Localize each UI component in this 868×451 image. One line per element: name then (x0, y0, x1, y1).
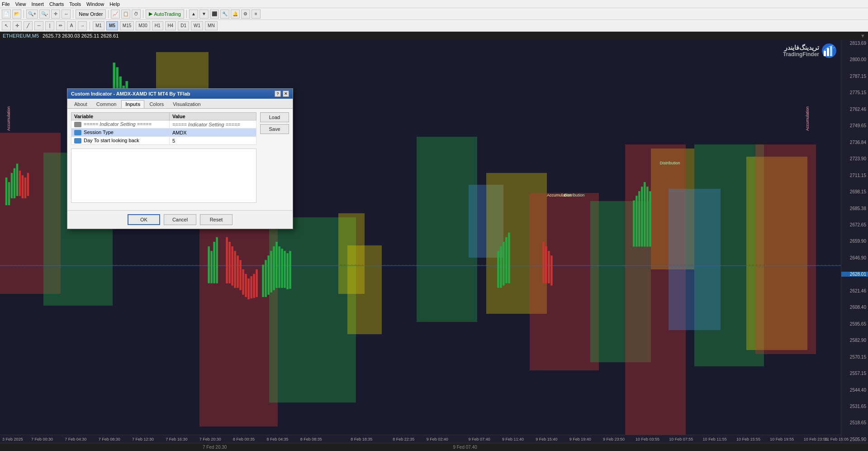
status-time2: 9 Fed 07.40 (453, 445, 477, 450)
tb-more2[interactable]: 🔧 (220, 10, 229, 19)
svg-rect-36 (270, 251, 272, 292)
scrollbar-arrow[interactable]: ▼ (860, 33, 865, 38)
tf-m5[interactable]: M5 (106, 21, 118, 30)
sep2 (73, 10, 73, 18)
time-label: 7 Feb 08:30 (99, 437, 120, 441)
svg-rect-7 (19, 171, 21, 196)
dialog-titlebar: Custom Indicator - AMDX-XAMD ICT MT4 By … (67, 89, 293, 99)
tb-indicator[interactable]: 📈 (111, 10, 120, 19)
cancel-button[interactable]: Cancel (164, 214, 196, 225)
svg-rect-35 (268, 256, 270, 295)
tb-text[interactable]: A (67, 21, 76, 30)
row-var-2: Day To start looking back (71, 137, 170, 145)
autotrading-button[interactable]: ▶ AutoTrading (146, 10, 184, 19)
svg-rect-40 (281, 249, 283, 288)
svg-rect-25 (237, 256, 239, 288)
time-label: 8 Feb 08:35 (300, 437, 322, 441)
tab-visualization[interactable]: Visualization (169, 100, 205, 108)
menu-insert[interactable]: Insert (31, 1, 44, 7)
tb-more1[interactable]: ⬛ (210, 10, 219, 19)
tb-scroll[interactable]: ↔ (62, 10, 71, 19)
tb-zoom-out[interactable]: 🔍- (39, 10, 50, 19)
ok-button[interactable]: OK (128, 214, 160, 225)
tf-m30[interactable]: M30 (136, 21, 150, 30)
time-label: 7 Feb 00:30 (31, 437, 53, 441)
row-val-2[interactable]: 5 (169, 137, 256, 145)
tb-cross[interactable]: ✛ (13, 21, 22, 30)
price-1: 2813.69 (841, 41, 868, 46)
tb-zoom-in[interactable]: 🔍+ (26, 10, 38, 19)
tf-w1[interactable]: W1 (191, 21, 203, 30)
new-order-button[interactable]: New Order (76, 10, 106, 19)
tf-h4[interactable]: H4 (165, 21, 176, 30)
row-val-1[interactable]: AMDX (169, 129, 256, 137)
tf-mn[interactable]: MN (205, 21, 218, 30)
tb-open[interactable]: 📂 (12, 10, 21, 19)
label-distribution-2: Distribution (659, 161, 680, 165)
price-16: 2608.40 (841, 305, 868, 310)
menu-window[interactable]: Window (86, 1, 104, 7)
tb-crosshair[interactable]: ✛ (51, 10, 60, 19)
tb-period-sep[interactable]: ⏱ (132, 10, 141, 19)
tb-new-chart[interactable]: 📄 (2, 10, 11, 19)
row-var-text-1: Session Type (84, 130, 114, 135)
price-11: 2685.38 (841, 206, 868, 211)
tb-more3[interactable]: ≡ (251, 10, 261, 19)
svg-rect-34 (265, 260, 267, 297)
sep4 (143, 10, 143, 18)
tab-common[interactable]: Common (92, 100, 121, 108)
tb-config[interactable]: ⚙ (241, 10, 250, 19)
menu-tools[interactable]: Tools (69, 1, 81, 7)
svg-rect-24 (234, 251, 236, 288)
price-15: 2621.46 (841, 288, 868, 293)
custom-indicator-dialog[interactable]: Custom Indicator - AMDX-XAMD ICT MT4 By … (67, 88, 293, 229)
tb-arrow[interactable]: → (78, 21, 87, 30)
tb-sell[interactable]: ▼ (199, 10, 209, 19)
tb-vline[interactable]: | (45, 21, 54, 30)
time-label: 7 Feb 16:30 (166, 437, 187, 441)
status-time1: 7 Fed 20.30 (203, 445, 227, 450)
dialog-close-button[interactable]: ✕ (283, 91, 289, 97)
svg-rect-28 (245, 274, 247, 297)
tab-inputs[interactable]: Inputs (121, 100, 144, 108)
tb-pencil[interactable]: ✏ (56, 21, 65, 30)
tab-colors[interactable]: Colors (145, 100, 168, 108)
svg-rect-55 (638, 192, 640, 247)
time-label: 10 Feb 11:55 (703, 437, 727, 441)
svg-rect-18 (211, 251, 213, 283)
tb-tpl[interactable]: 📋 (121, 10, 130, 19)
svg-rect-57 (644, 182, 645, 246)
sep6 (90, 22, 90, 30)
tf-h1[interactable]: H1 (152, 21, 163, 30)
tf-d1[interactable]: D1 (178, 21, 189, 30)
table-row[interactable]: Session Type AMDX (71, 129, 256, 137)
reset-button[interactable]: Reset (200, 214, 232, 225)
svg-rect-58 (646, 187, 648, 246)
menu-help[interactable]: Help (109, 1, 120, 7)
menu-bar: File View Insert Charts Tools Window Hel… (0, 0, 868, 8)
svg-rect-53 (633, 201, 635, 246)
tb-hline[interactable]: ─ (34, 21, 43, 30)
table-row[interactable]: Day To start looking back 5 (71, 137, 256, 145)
tb-buy[interactable]: ▲ (189, 10, 198, 19)
price-19: 2570.15 (841, 355, 868, 360)
tf-m1[interactable]: M1 (93, 21, 104, 30)
menu-view[interactable]: View (15, 1, 26, 7)
menu-charts[interactable]: Charts (49, 1, 64, 7)
tf-m15[interactable]: M15 (120, 21, 134, 30)
time-label: 9 Feb 19:40 (569, 437, 591, 441)
tb-line[interactable]: ╱ (24, 21, 33, 30)
main-toolbar: 📄 📂 🔍+ 🔍- ✛ ↔ New Order 📈 📋 ⏱ ▶ AutoTrad… (0, 8, 868, 20)
label-accumulation-2: Accumulation (805, 106, 810, 131)
dialog-help-button[interactable]: ? (275, 91, 281, 97)
tb-alert[interactable]: 🔔 (231, 10, 240, 19)
menu-file[interactable]: File (2, 1, 10, 7)
svg-rect-38 (276, 242, 278, 288)
load-button[interactable]: Load (260, 112, 289, 122)
tb-cursor[interactable]: ↖ (2, 21, 11, 30)
time-label: 7 Feb 12:30 (132, 437, 154, 441)
save-button[interactable]: Save (260, 124, 289, 134)
tab-about[interactable]: About (70, 100, 91, 108)
time-label: 9 Feb 15:40 (536, 437, 557, 441)
time-label: 7 Feb 20:30 (199, 437, 221, 441)
